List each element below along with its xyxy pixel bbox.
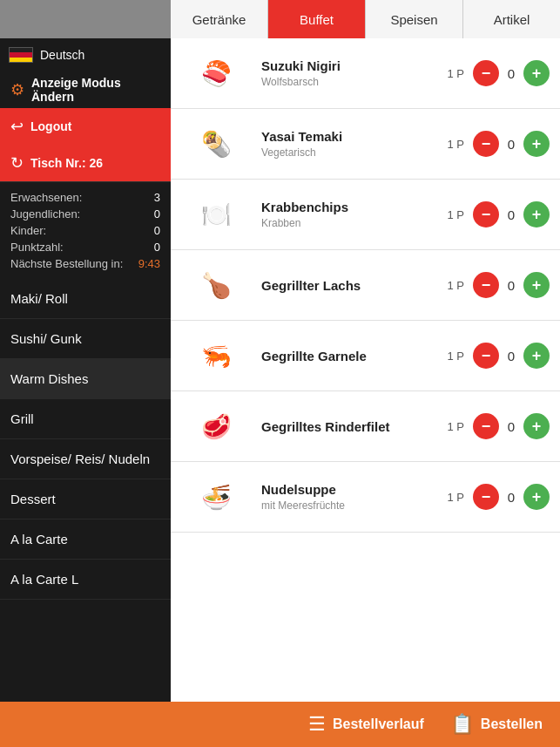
tab-artikel[interactable]: Artikel xyxy=(463,0,560,38)
item-count: 0 xyxy=(504,490,518,505)
food-subtitle: Krabben xyxy=(261,217,447,229)
info-label: Punktzahl: xyxy=(10,241,64,254)
menu-item-maki[interactable]: Maki/ Roll xyxy=(0,279,171,319)
gear-icon: ⚙ xyxy=(10,80,24,99)
decrease-button[interactable]: − xyxy=(473,272,499,298)
item-count: 0 xyxy=(504,349,518,363)
table-row: 🦐 Gegrillte Garnele 1 P − 0 + xyxy=(171,321,560,391)
food-info: Yasai Temaki Vegetarisch xyxy=(261,129,447,159)
info-row: Erwachsenen:3 xyxy=(10,189,160,206)
flag-icon xyxy=(9,47,33,63)
food-subtitle: mit Meeresfrüchte xyxy=(261,499,447,512)
increase-button[interactable]: + xyxy=(523,60,550,86)
food-list: 🍣 Suzuki Nigiri Wolfsbarsch 1 P − 0 + 🌯 … xyxy=(171,38,560,702)
decrease-button[interactable]: − xyxy=(473,131,499,157)
increase-button[interactable]: + xyxy=(523,272,550,298)
food-image: 🌯 xyxy=(181,118,251,170)
food-subtitle: Vegetarisch xyxy=(261,146,447,159)
info-label: Jugendlichen: xyxy=(10,207,80,221)
food-image: 🍣 xyxy=(181,47,251,99)
menu-item-vorspeise[interactable]: Vorspeise/ Reis/ Nudeln xyxy=(0,439,171,479)
food-name: Nudelsuppe xyxy=(261,482,447,497)
food-controls: 1 P − 0 + xyxy=(447,201,550,227)
footer-bar: ☰ Bestellverlauf 📋 Bestellen xyxy=(0,702,560,747)
info-row: Nächste Bestellung in:9:43 xyxy=(10,255,160,272)
table-row: 🍜 Nudelsuppe mit Meeresfrüchte 1 P − 0 + xyxy=(171,462,560,533)
food-controls: 1 P − 0 + xyxy=(447,343,550,369)
food-info: Nudelsuppe mit Meeresfrüchte xyxy=(261,482,447,512)
info-row: Punktzahl:0 xyxy=(10,239,160,255)
settings-label: Anzeige Modus Ändern xyxy=(31,76,160,104)
history-button[interactable]: ☰ Bestellverlauf xyxy=(308,713,424,736)
menu-item-grill[interactable]: Grill xyxy=(0,399,171,439)
food-portion: 1 P xyxy=(447,208,464,221)
food-info: Suzuki Nigiri Wolfsbarsch xyxy=(261,58,447,88)
category-menu: Maki/ RollSushi/ GunkWarm DishesGrillVor… xyxy=(0,279,171,702)
food-info: Gegrillte Garnele xyxy=(261,349,447,363)
item-count: 0 xyxy=(504,137,518,152)
order-label: Bestellen xyxy=(481,716,543,732)
increase-button[interactable]: + xyxy=(523,413,550,439)
info-label: Nächste Bestellung in: xyxy=(10,257,123,270)
increase-button[interactable]: + xyxy=(523,343,550,369)
table-button[interactable]: ↻ Tisch Nr.: 26 xyxy=(0,145,171,181)
food-name: Yasai Temaki xyxy=(261,129,447,144)
info-row: Kinder:0 xyxy=(10,222,160,239)
table-row: 🍽️ Krabbenchips Krabben 1 P − 0 + xyxy=(171,180,560,250)
increase-button[interactable]: + xyxy=(523,131,550,157)
menu-item-warm[interactable]: Warm Dishes xyxy=(0,359,171,399)
logout-button[interactable]: ↩ Logout xyxy=(0,108,171,145)
order-button[interactable]: 📋 Bestellen xyxy=(450,713,543,736)
food-controls: 1 P − 0 + xyxy=(447,131,550,157)
tab-speisen[interactable]: Speisen xyxy=(366,0,463,38)
settings-button[interactable]: ⚙ Anzeige Modus Ändern xyxy=(0,71,171,108)
food-image: 🥩 xyxy=(181,400,251,452)
decrease-button[interactable]: − xyxy=(473,60,499,86)
table-row: 🍣 Suzuki Nigiri Wolfsbarsch 1 P − 0 + xyxy=(171,38,560,109)
info-value: 9:43 xyxy=(138,257,160,270)
food-portion: 1 P xyxy=(447,138,464,151)
decrease-button[interactable]: − xyxy=(473,201,499,227)
food-portion: 1 P xyxy=(447,67,464,80)
info-label: Erwachsenen: xyxy=(10,191,82,204)
table-row: 🥩 Gegrilltes Rinderfilet 1 P − 0 + xyxy=(171,391,560,462)
info-row: Jugendlichen:0 xyxy=(10,206,160,222)
table-row: 🍗 Gegrillter Lachs 1 P − 0 + xyxy=(171,250,560,321)
food-controls: 1 P − 0 + xyxy=(447,60,550,86)
decrease-button[interactable]: − xyxy=(473,413,499,439)
increase-button[interactable]: + xyxy=(523,484,550,510)
food-portion: 1 P xyxy=(447,420,464,433)
food-portion: 1 P xyxy=(447,279,464,292)
food-image: 🦐 xyxy=(181,329,251,382)
food-subtitle: Wolfsbarsch xyxy=(261,76,447,88)
food-portion: 1 P xyxy=(447,491,464,504)
language-selector[interactable]: Deutsch xyxy=(0,38,171,71)
food-info: Gegrillter Lachs xyxy=(261,278,447,293)
food-name: Gegrillter Lachs xyxy=(261,278,447,293)
item-count: 0 xyxy=(504,419,518,434)
food-image: 🍗 xyxy=(181,259,251,311)
food-name: Gegrillte Garnele xyxy=(261,349,447,363)
info-value: 0 xyxy=(154,241,160,254)
increase-button[interactable]: + xyxy=(523,201,550,227)
history-icon: ☰ xyxy=(308,713,326,736)
food-info: Gegrilltes Rinderfilet xyxy=(261,419,447,434)
menu-item-dessert[interactable]: Dessert xyxy=(0,479,171,520)
language-label: Deutsch xyxy=(40,48,84,62)
food-name: Suzuki Nigiri xyxy=(261,58,447,73)
tab-getraenke[interactable]: Getränke xyxy=(171,0,268,38)
table-label: Tisch Nr.: 26 xyxy=(30,156,103,170)
menu-item-alacarte[interactable]: A la Carte xyxy=(0,520,171,560)
food-name: Krabbenchips xyxy=(261,200,447,214)
item-count: 0 xyxy=(504,278,518,293)
decrease-button[interactable]: − xyxy=(473,343,499,369)
item-count: 0 xyxy=(504,207,518,222)
info-value: 0 xyxy=(154,207,160,221)
menu-item-alacartel[interactable]: A la Carte L xyxy=(0,560,171,600)
food-controls: 1 P − 0 + xyxy=(447,413,550,439)
tab-buffet[interactable]: Buffet xyxy=(268,0,366,38)
decrease-button[interactable]: − xyxy=(473,484,499,510)
food-portion: 1 P xyxy=(447,350,464,363)
menu-item-sushi[interactable]: Sushi/ Gunk xyxy=(0,319,171,359)
refresh-icon: ↻ xyxy=(10,153,24,173)
